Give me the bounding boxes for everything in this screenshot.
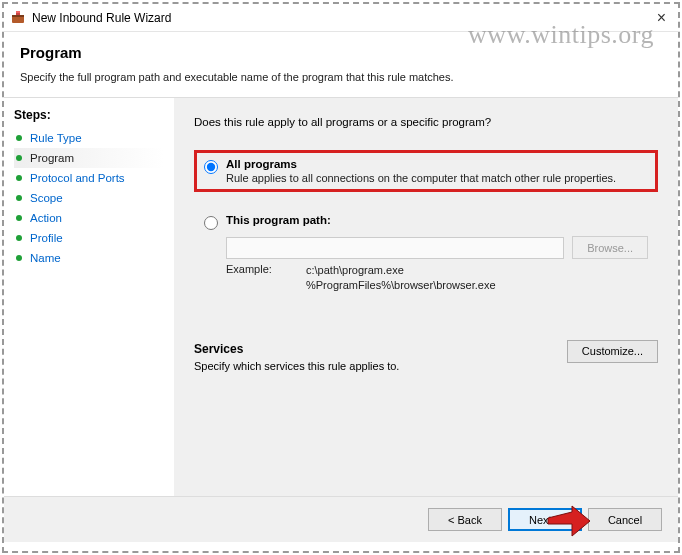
example-path-2: %ProgramFiles%\browser\browser.exe <box>306 278 496 293</box>
bullet-icon <box>16 215 22 221</box>
step-label: Action <box>30 212 62 224</box>
step-label: Protocol and Ports <box>30 172 125 184</box>
step-label: Profile <box>30 232 63 244</box>
example-label: Example: <box>226 263 306 294</box>
radio-all-programs[interactable] <box>204 160 218 174</box>
step-label: Rule Type <box>30 132 82 144</box>
svg-rect-3 <box>16 11 20 13</box>
step-protocol-ports[interactable]: Protocol and Ports <box>14 168 164 188</box>
customize-button[interactable]: Customize... <box>567 340 658 363</box>
browse-button[interactable]: Browse... <box>572 236 648 259</box>
step-label: Name <box>30 252 61 264</box>
wizard-footer: < Back Next > Cancel <box>4 496 678 542</box>
close-icon[interactable]: × <box>651 9 672 27</box>
option-all-desc: Rule applies to all connections on the c… <box>226 172 616 184</box>
bullet-icon <box>16 135 22 141</box>
step-action[interactable]: Action <box>14 208 164 228</box>
titlebar: New Inbound Rule Wizard × <box>4 4 678 32</box>
step-rule-type[interactable]: Rule Type <box>14 128 164 148</box>
step-name[interactable]: Name <box>14 248 164 268</box>
step-label: Scope <box>30 192 63 204</box>
step-profile[interactable]: Profile <box>14 228 164 248</box>
option-all-programs: All programs Rule applies to all connect… <box>194 150 658 192</box>
option-program-path: This program path: Browse... Example: c:… <box>194 206 658 302</box>
wizard-header: Program Specify the full program path an… <box>4 32 678 98</box>
program-path-input[interactable] <box>226 237 564 259</box>
steps-heading: Steps: <box>14 108 164 122</box>
bullet-icon <box>16 195 22 201</box>
step-scope[interactable]: Scope <box>14 188 164 208</box>
bullet-icon <box>16 255 22 261</box>
next-button[interactable]: Next > <box>508 508 582 531</box>
step-program[interactable]: Program <box>14 148 164 168</box>
cancel-button[interactable]: Cancel <box>588 508 662 531</box>
page-title: Program <box>20 44 662 61</box>
window-title: New Inbound Rule Wizard <box>32 11 171 25</box>
bullet-icon <box>16 155 22 161</box>
bullet-icon <box>16 235 22 241</box>
services-section: Customize... Services Specify which serv… <box>194 342 658 372</box>
step-label: Program <box>30 152 74 164</box>
example-path-1: c:\path\program.exe <box>306 263 496 278</box>
question-text: Does this rule apply to all programs or … <box>194 116 658 128</box>
back-button[interactable]: < Back <box>428 508 502 531</box>
page-subtitle: Specify the full program path and execut… <box>20 71 662 83</box>
radio-this-program-path[interactable] <box>204 216 218 230</box>
content-panel: Does this rule apply to all programs or … <box>174 98 678 496</box>
svg-rect-1 <box>12 15 24 17</box>
option-all-title: All programs <box>226 158 616 170</box>
option-path-title: This program path: <box>226 214 331 226</box>
bullet-icon <box>16 175 22 181</box>
steps-sidebar: Steps: Rule Type Program Protocol and Po… <box>4 98 174 496</box>
wizard-icon <box>10 10 26 26</box>
